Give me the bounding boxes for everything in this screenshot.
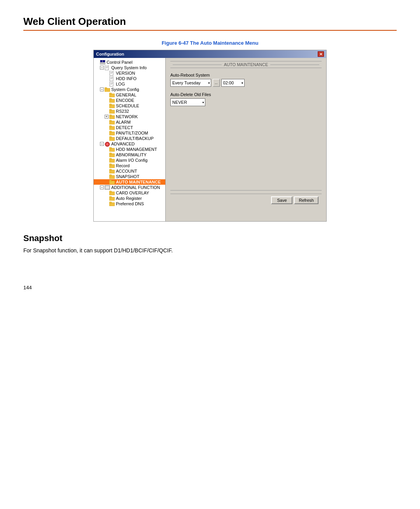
svg-rect-29 (109, 109, 112, 111)
svg-rect-45 (109, 153, 112, 154)
tree-item[interactable]: Alarm I/O Config (94, 157, 165, 163)
save-button[interactable]: Save (271, 196, 292, 204)
tree-item[interactable]: DETECT (94, 125, 165, 130)
tree-item[interactable]: ENCODE (94, 98, 165, 103)
page-number: 144 (23, 285, 397, 290)
folder-icon (109, 158, 115, 163)
tree-item[interactable]: Control Panel (94, 59, 165, 65)
tree-item[interactable]: − Query System Info (94, 65, 165, 70)
svg-rect-43 (109, 147, 112, 149)
folder-icon (109, 191, 115, 195)
tree-item[interactable]: Record (94, 163, 165, 168)
close-button[interactable]: ✕ (318, 51, 324, 57)
tree-item[interactable]: LOG (94, 81, 165, 87)
config-window-title: Configuration (96, 52, 124, 56)
tree-item[interactable]: SNAPSHOT (94, 174, 165, 179)
tree-item-label: PAN/TILT/ZOOM (116, 131, 148, 135)
svg-rect-55 (109, 180, 112, 182)
tree-item-label: ACCOUNT (116, 169, 137, 173)
tree-item[interactable]: − System Config (94, 87, 165, 92)
tree-item[interactable]: HDD INFO (94, 76, 165, 81)
tree-item-label: Auto Register (116, 196, 142, 201)
tree-item[interactable]: VERSION (94, 70, 165, 76)
tree-item-label: SNAPSHOT (116, 174, 140, 179)
tree-item[interactable]: ALARM (94, 119, 165, 125)
folder-icon (109, 201, 115, 206)
tree-item-label: ENCODE (116, 98, 134, 103)
tree-item-label: RS232 (116, 109, 129, 114)
doc-icon (109, 76, 115, 81)
svg-rect-35 (109, 126, 112, 127)
svg-rect-23 (109, 93, 112, 94)
collapse-icon[interactable]: − (100, 87, 104, 91)
collapse-icon[interactable]: − (100, 185, 104, 189)
reboot-day-select[interactable]: Every Tuesday Every Monday Every Wednesd… (170, 79, 211, 87)
tree-item[interactable]: AUTO MAINTENANCE (94, 179, 165, 185)
tree-item[interactable]: Preferred DNS (94, 201, 165, 206)
config-window: Configuration ✕ Control Panel− Query Sys… (93, 50, 327, 222)
snapshot-description: For Snapshot function, it can support D1… (23, 247, 397, 254)
tree-item-label: GENERAL (116, 93, 136, 97)
svg-rect-4 (105, 65, 108, 70)
tree-item[interactable]: DEFAULT/BACKUP (94, 136, 165, 141)
svg-rect-53 (109, 175, 112, 176)
folder-icon (109, 131, 115, 135)
svg-rect-3 (100, 63, 105, 64)
tree-item-label: HDD INFO (116, 76, 136, 81)
folder-icon (109, 103, 115, 108)
collapse-icon[interactable]: − (100, 142, 104, 146)
tree-item-label: Preferred DNS (116, 201, 144, 206)
svg-rect-57 (105, 186, 109, 189)
reboot-day-wrapper: Every Tuesday Every Monday Every Wednesd… (170, 79, 211, 87)
additional-icon (105, 185, 110, 190)
tree-item[interactable]: SCHEDULE (94, 103, 165, 108)
reboot-time-select[interactable]: 02:00 00:00 01:00 03:00 (221, 79, 245, 87)
delete-select[interactable]: NEVER 1 DAY 7 DAYS 30 DAYS (170, 98, 205, 106)
svg-point-41 (106, 143, 108, 145)
config-titlebar: Configuration ✕ (94, 50, 326, 58)
refresh-button[interactable]: Refresh (294, 196, 318, 204)
collapse-icon[interactable]: − (100, 66, 104, 70)
delete-row: NEVER 1 DAY 7 DAYS 30 DAYS (170, 98, 322, 106)
footer-separator (170, 190, 322, 191)
tree-item[interactable]: PAN/TILT/ZOOM (94, 130, 165, 136)
tree-item[interactable]: ABNORMALITY (94, 152, 165, 157)
tree-item-label: Query System Info (111, 65, 147, 70)
tree-item[interactable]: RS232 (94, 108, 165, 114)
tree-item[interactable]: − ADDITIONAL FUNCTION (94, 185, 165, 190)
figure-container: Configuration ✕ Control Panel− Query Sys… (23, 50, 397, 222)
tree-item-label: Control Panel (107, 60, 133, 65)
tree-item-label: NETWORK (116, 114, 138, 119)
svg-rect-47 (109, 158, 112, 160)
tree-item-label: Alarm I/O Config (116, 158, 147, 163)
svg-rect-27 (109, 104, 112, 105)
folder-icon (109, 93, 115, 97)
tree-item[interactable]: CARD OVERLAY (94, 190, 165, 196)
doc-icon (105, 65, 110, 70)
folder-icon (109, 109, 115, 114)
tree-item[interactable]: − ADVANCED (94, 141, 165, 147)
tree-item[interactable]: HDD MANAGEMENT (94, 147, 165, 152)
delete-wrapper: NEVER 1 DAY 7 DAYS 30 DAYS (170, 98, 205, 106)
tree-item-label: AUTO MAINTENANCE (116, 180, 161, 184)
tree-item-label: System Config (111, 87, 139, 92)
dots-button[interactable]: ... (213, 79, 220, 87)
doc-icon (109, 71, 115, 75)
tree-item-label: DETECT (116, 125, 133, 130)
tree-item[interactable]: + NETWORK (94, 114, 165, 119)
tree-item-label: SCHEDULE (116, 103, 139, 108)
svg-rect-61 (109, 196, 112, 198)
snapshot-heading: Snapshot (23, 233, 397, 243)
svg-rect-59 (109, 191, 112, 192)
auto-delete-label: Auto-Delete Old Files (170, 92, 322, 97)
folder-icon (109, 196, 115, 201)
tree-item[interactable]: Auto Register (94, 196, 165, 201)
folder-icon (109, 169, 115, 173)
tree-item-label: ALARM (116, 120, 131, 124)
folder-icon (109, 163, 115, 168)
tree-item-label: ADDITIONAL FUNCTION (111, 185, 160, 190)
tree-item[interactable]: ACCOUNT (94, 168, 165, 174)
expand-icon[interactable]: + (105, 115, 108, 119)
control-panel-icon (100, 60, 105, 65)
tree-item[interactable]: GENERAL (94, 92, 165, 98)
